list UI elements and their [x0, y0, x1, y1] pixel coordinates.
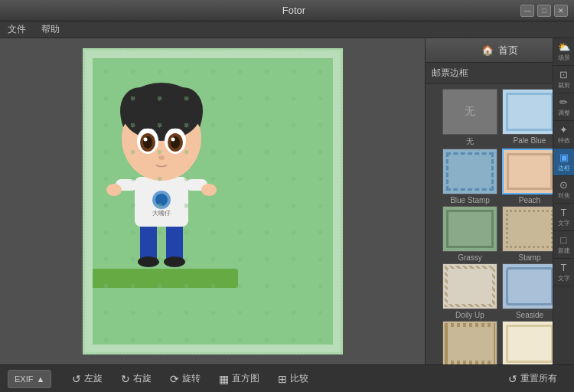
- svg-text:大嘴仔: 大嘴仔: [152, 210, 171, 217]
- border-label-none: 无: [466, 136, 474, 147]
- new-icon: □: [561, 234, 567, 246]
- straighten-label: 直方图: [232, 372, 259, 385]
- border-item-blue-stamp[interactable]: Blue Stamp: [442, 149, 497, 204]
- svg-rect-5: [116, 179, 137, 191]
- svg-point-13: [165, 128, 186, 154]
- border-grid: 无 Pale Blue Blue Stamp Peach: [426, 84, 574, 364]
- border-label-seaside: Seaside: [516, 311, 543, 319]
- rotate-icon: ⟳: [170, 373, 179, 385]
- border-row: Doily Up Seaside: [430, 263, 569, 319]
- rotate-right-tool[interactable]: ↻ 右旋: [112, 365, 161, 392]
- border-item-southwest[interactable]: Southwest: [442, 321, 497, 364]
- svg-point-12: [137, 128, 158, 154]
- svg-rect-4: [135, 177, 188, 227]
- svg-point-21: [152, 191, 171, 209]
- svg-rect-6: [186, 179, 207, 191]
- effect-icon: ✦: [559, 124, 568, 136]
- minimize-button[interactable]: —: [520, 5, 534, 17]
- border-label-blue-stamp: Blue Stamp: [450, 196, 490, 204]
- border-row: 无 Pale Blue: [430, 89, 569, 147]
- rotate-left-icon: ↺: [72, 373, 81, 385]
- border-label-peach: Peach: [519, 196, 540, 204]
- exif-button[interactable]: EXIF ▲: [8, 370, 51, 388]
- border-item-pale-blue[interactable]: Pale Blue: [502, 89, 557, 147]
- border-item-seaside[interactable]: Seaside: [502, 263, 557, 319]
- svg-rect-1: [166, 219, 183, 261]
- text-label: 文字: [558, 219, 570, 227]
- border-selector[interactable]: 邮票边框 ▼: [426, 63, 574, 84]
- home-icon: 🏠: [481, 44, 494, 56]
- toolbar-text[interactable]: T 文字: [553, 204, 575, 231]
- reset-label: 重置所有: [520, 372, 557, 385]
- ratio-label: 比较: [290, 372, 308, 385]
- svg-rect-9: [152, 164, 171, 179]
- scene-label: 场景: [558, 54, 570, 62]
- toolbar-crop[interactable]: ⊡ 裁剪: [553, 66, 575, 93]
- border-thumb-seaside: [502, 263, 557, 309]
- border-thumb-stamp: [502, 206, 557, 252]
- toolbar-align[interactable]: ⊙ 对焦: [553, 176, 575, 204]
- scene-icon: ⛅: [558, 41, 570, 53]
- svg-rect-0: [140, 219, 157, 261]
- svg-rect-24: [85, 269, 238, 288]
- rotate-left-tool[interactable]: ↺ 左旋: [63, 365, 112, 392]
- border-item-peach[interactable]: Peach: [502, 149, 557, 204]
- border-thumb-pale-blue: [502, 89, 557, 135]
- rotate-right-label: 右旋: [133, 372, 152, 385]
- adjust-label: 调整: [558, 109, 570, 117]
- toolbar-border[interactable]: ▣ 边框: [553, 149, 575, 176]
- exif-label: EXIF: [15, 374, 33, 384]
- align-icon: ⊙: [559, 179, 568, 191]
- border-item-none[interactable]: 无: [442, 89, 497, 147]
- border-item-stamp[interactable]: Stamp: [502, 206, 557, 262]
- window-controls: — □ ✕: [520, 5, 568, 17]
- menu-help[interactable]: 帮助: [38, 21, 63, 38]
- close-button[interactable]: ✕: [554, 5, 568, 17]
- text-icon: T: [561, 207, 567, 218]
- toolbar-adjust[interactable]: ✏ 调整: [553, 93, 575, 121]
- straighten-icon: ▦: [219, 373, 229, 385]
- svg-point-3: [164, 256, 185, 267]
- home-label: 首页: [498, 44, 518, 57]
- app-title: Fotor: [67, 5, 520, 16]
- toolbar-text2[interactable]: T 文字: [553, 259, 575, 286]
- border-item-vanilla[interactable]: Vanilla: [502, 321, 557, 364]
- svg-point-22: [155, 194, 168, 206]
- svg-point-16: [143, 136, 152, 149]
- svg-point-17: [171, 136, 180, 149]
- rotate-tool[interactable]: ⟳ 旋转: [161, 365, 210, 392]
- border-thumb-doily-up: [442, 263, 497, 309]
- toolbar-new[interactable]: □ 新建: [553, 231, 575, 259]
- svg-point-18: [143, 138, 147, 142]
- border-thumb-vanilla: [502, 321, 557, 364]
- border-icon: ▣: [559, 152, 569, 163]
- border-label-stamp: Stamp: [519, 253, 541, 262]
- crop-icon: ⊡: [559, 69, 568, 80]
- maximize-button[interactable]: □: [537, 5, 551, 17]
- new-label: 新建: [558, 247, 570, 255]
- toolbar-scene[interactable]: ⛅ 场景: [553, 38, 575, 66]
- border-item-doily-up[interactable]: Doily Up: [442, 263, 497, 319]
- border-thumb-none: [442, 89, 497, 135]
- straighten-tool[interactable]: ▦ 直方图: [210, 365, 269, 392]
- border-row: Blue Stamp Peach: [430, 149, 569, 204]
- exif-arrow-icon: ▲: [36, 374, 44, 384]
- border-label-doily-up: Doily Up: [455, 311, 484, 319]
- border-item-grassy[interactable]: Grassy: [442, 206, 497, 262]
- svg-point-20: [158, 155, 165, 160]
- character-illustration: 大嘴仔: [85, 51, 238, 288]
- reset-tool[interactable]: ↺ 重置所有: [499, 365, 566, 392]
- align-label: 对焦: [558, 191, 570, 200]
- border-thumb-southwest: [442, 321, 497, 364]
- border-label-grassy: Grassy: [458, 253, 482, 262]
- home-button[interactable]: 🏠 首页: [426, 38, 574, 63]
- text2-icon: T: [561, 262, 567, 273]
- ratio-tool[interactable]: ⊞ 比较: [269, 365, 318, 392]
- svg-point-8: [201, 184, 217, 196]
- canvas-area: 大嘴仔: [0, 38, 425, 364]
- svg-point-11: [122, 83, 201, 141]
- rotate-left-label: 左旋: [84, 372, 103, 385]
- border-thumb-blue-stamp: [442, 149, 497, 194]
- menu-file[interactable]: 文件: [5, 21, 29, 38]
- toolbar-effect[interactable]: ✦ 特效: [553, 121, 575, 149]
